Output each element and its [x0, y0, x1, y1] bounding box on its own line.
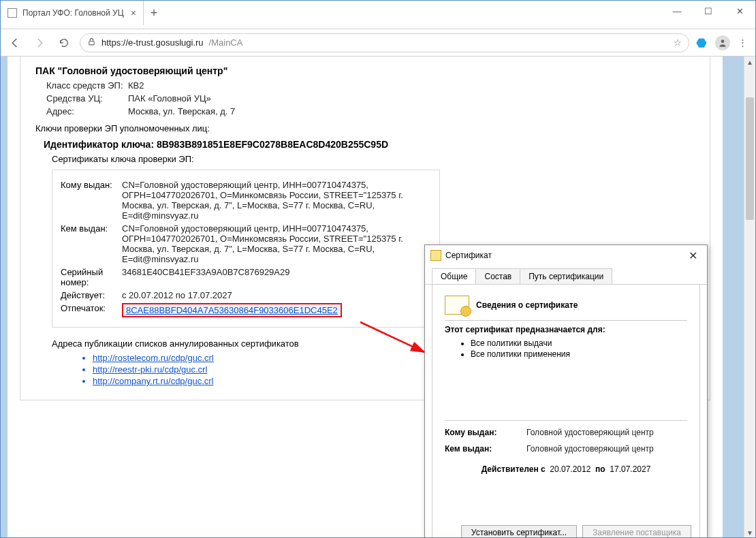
install-certificate-button[interactable]: Установить сертификат... — [461, 525, 577, 538]
purpose-label: Этот сертификат предназначается для: — [445, 325, 687, 334]
lock-icon — [87, 37, 96, 48]
cert-serial-value: 34681E40CB41EF33A9A0B7C876929A29 — [122, 267, 431, 287]
valid-prefix: Действителен с — [482, 464, 546, 474]
scrollbar-thumb[interactable] — [746, 97, 754, 220]
menu-icon[interactable]: ⋮ — [738, 37, 747, 48]
certificate-summary-title: Сведения о сертификате — [476, 300, 578, 310]
crl-link-1[interactable]: http://rostelecom.ru/cdp/guc.crl — [93, 353, 214, 363]
minimize-button[interactable]: — — [661, 1, 693, 21]
cert-by-value: CN=Головной удостоверяющий центр, ИНН=00… — [122, 223, 431, 264]
cert-valid-value: с 20.07.2012 по 17.07.2027 — [122, 290, 431, 300]
valid-from: 20.07.2012 — [550, 464, 590, 474]
forward-button[interactable] — [31, 34, 48, 52]
profile-avatar-icon[interactable] — [715, 35, 730, 50]
dialog-body: Сведения о сертификате Этот сертификат п… — [432, 285, 700, 538]
new-tab-button[interactable]: + — [144, 1, 164, 25]
scrollbar[interactable]: ▲ ▼ — [744, 57, 755, 538]
label-means: Средства УЦ: — [46, 93, 128, 104]
certificate-large-icon — [445, 296, 469, 315]
certificate-dialog: Сертификат ✕ Общие Состав Путь сертифика… — [424, 244, 708, 538]
url-input[interactable]: https://e-trust.gosuslugi.ru/MainCA ☆ — [80, 33, 689, 52]
purpose-item-2: Все политики применения — [471, 349, 687, 359]
dialog-titlebar[interactable]: Сертификат ✕ — [425, 245, 707, 266]
url-path: /MainCA — [209, 37, 243, 48]
cert-thumb-value: 8CAE88BBFD404A7A53630864F9033606E1DC45E2 — [126, 305, 338, 315]
issued-by-value: Головной удостоверяющий центр — [526, 444, 654, 454]
label-class: Класс средств ЭП: — [46, 80, 128, 91]
maximize-button[interactable]: ☐ — [693, 1, 724, 21]
close-window-button[interactable]: ✕ — [724, 1, 755, 21]
divider — [445, 420, 687, 421]
back-button[interactable] — [6, 34, 24, 52]
divider — [445, 320, 687, 321]
address-bar: https://e-trust.gosuslugi.ru/MainCA ☆ ⬣ … — [1, 29, 755, 57]
purpose-list: Все политики выдачи Все политики примене… — [471, 338, 687, 359]
crl-link-2[interactable]: http://reestr-pki.ru/cdp/guc.crl — [93, 364, 207, 375]
keys-header: Ключи проверки ЭП уполномоченных лиц: — [35, 123, 695, 133]
tab-general[interactable]: Общие — [432, 268, 476, 284]
label-address: Адрес: — [46, 106, 128, 116]
cert-thumb-label: Отпечаток: — [61, 303, 122, 317]
cert-to-label: Кому выдан: — [61, 180, 122, 221]
certificate-box: Кому выдан:CN=Головной удостоверяющий це… — [52, 170, 440, 328]
value-address: Москва, ул. Тверская, д. 7 — [128, 106, 235, 116]
issued-by-label: Кем выдан: — [445, 444, 526, 454]
value-means: ПАК «Головной УЦ» — [128, 93, 211, 104]
reload-button[interactable] — [55, 34, 73, 52]
tab-path[interactable]: Путь сертификации — [520, 268, 612, 284]
bookmark-icon[interactable]: ☆ — [674, 37, 682, 48]
cert-to-value: CN=Головной удостоверяющий центр, ИНН=00… — [122, 180, 431, 221]
issued-to-label: Кому выдан: — [445, 428, 526, 437]
key-identifier: Идентификатор ключа: 8B983B891851E8EF9C0… — [44, 139, 695, 150]
svg-point-1 — [721, 39, 725, 43]
scroll-up-icon[interactable]: ▲ — [744, 57, 755, 68]
issuer-statement-button: Заявление поставщика — [582, 525, 691, 538]
cert-by-label: Кем выдан: — [61, 223, 122, 264]
dialog-tabs: Общие Состав Путь сертификации — [425, 268, 707, 285]
browser-titlebar: Портал УФО: Головной УЦ × + — ☐ ✕ — [1, 1, 755, 29]
page-title: ПАК "Головной удостоверяющий центр" — [35, 65, 695, 76]
page-icon — [7, 8, 17, 18]
dialog-title: Сертификат — [445, 251, 492, 260]
window-controls: — ☐ ✕ — [661, 1, 755, 21]
tab-details[interactable]: Состав — [475, 268, 520, 284]
cert-valid-label: Действует: — [61, 290, 122, 300]
url-host: https://e-trust.gosuslugi.ru — [101, 37, 204, 48]
extension-icon[interactable]: ⬣ — [696, 35, 707, 50]
close-tab-icon[interactable]: × — [131, 7, 136, 18]
crl-link-3[interactable]: http://company.rt.ru/cdp/guc.crl — [93, 376, 214, 386]
issued-to-value: Головной удостоверяющий центр — [526, 428, 654, 437]
page-viewport: ПАК "Головной удостоверяющий центр" Клас… — [1, 57, 755, 538]
purpose-item-1: Все политики выдачи — [471, 338, 687, 348]
svg-rect-0 — [89, 41, 95, 44]
validity-line: Действителен с 20.07.2012 по 17.07.2027 — [445, 464, 687, 474]
certificate-icon — [430, 250, 441, 261]
browser-tab[interactable]: Портал УФО: Головной УЦ × — [1, 1, 144, 25]
thumbprint-highlight[interactable]: 8CAE88BBFD404A7A53630864F9033606E1DC45E2 — [122, 303, 342, 317]
dialog-close-button[interactable]: ✕ — [684, 248, 702, 264]
dialog-cert-buttons: Установить сертификат... Заявление поста… — [441, 525, 691, 538]
valid-to: 17.07.2027 — [610, 464, 650, 474]
valid-mid: по — [595, 464, 605, 474]
scroll-down-icon[interactable]: ▼ — [744, 527, 755, 538]
value-class: КВ2 — [128, 80, 144, 91]
tab-title: Портал УФО: Головной УЦ — [22, 8, 124, 18]
certs-label: Сертификаты ключа проверки ЭП: — [52, 154, 695, 164]
cert-serial-label: Серийный номер: — [61, 267, 122, 287]
